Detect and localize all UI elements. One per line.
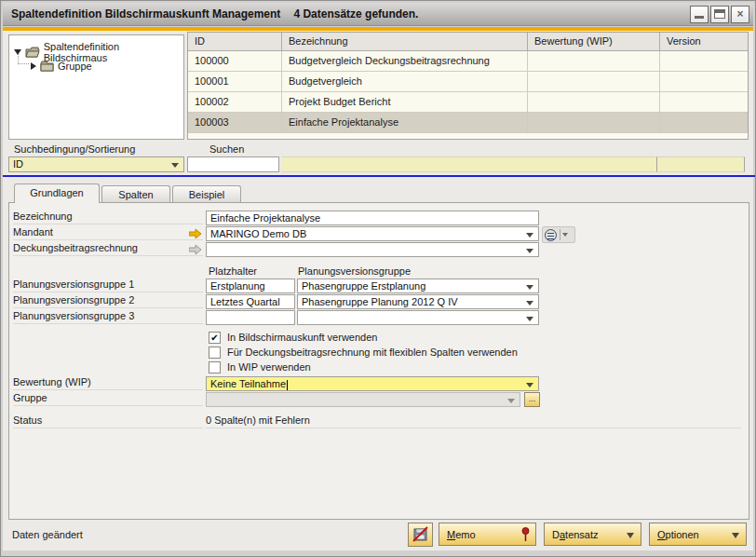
tab-spalten[interactable]: Spalten bbox=[101, 185, 170, 203]
link-arrow-icon[interactable] bbox=[189, 228, 202, 239]
pvg1-gruppe-value: Phasengruppe Erstplanung bbox=[302, 280, 425, 292]
records-table: ID Bezeichnung Bewertung (WIP) Version 1… bbox=[187, 32, 749, 140]
cell-id[interactable]: 100000 bbox=[188, 51, 282, 71]
search-strip-segment[interactable] bbox=[657, 156, 745, 172]
cell-bewertung[interactable] bbox=[528, 92, 660, 112]
optionen-key: O bbox=[657, 529, 666, 540]
search-condition-value: ID bbox=[13, 158, 23, 170]
chevron-down-icon bbox=[526, 383, 533, 387]
cell-version[interactable] bbox=[660, 92, 748, 112]
gruppe-browse-button[interactable]: ... bbox=[524, 392, 540, 407]
optionen-rest: ptionen bbox=[666, 529, 699, 540]
bezeichnung-input[interactable]: Einfache Projektanalyse bbox=[206, 211, 539, 225]
column-header-bewertung[interactable]: Bewertung (WIP) bbox=[528, 33, 660, 50]
memo-button[interactable]: Memo bbox=[439, 523, 536, 546]
checkbox-label: In Bildschirmauskunft verwenden bbox=[227, 332, 377, 343]
tree-item-gruppe[interactable]: Gruppe bbox=[31, 61, 92, 72]
checkbox-icon[interactable]: ✔ bbox=[209, 332, 221, 344]
table-row[interactable]: 100001 Budgetvergleich bbox=[188, 72, 748, 92]
pvg2-gruppe-select[interactable]: Phasengruppe Planung 2012 Q IV bbox=[297, 294, 539, 309]
menu-icon[interactable] bbox=[545, 229, 557, 241]
datensatz-pre: D bbox=[552, 529, 560, 540]
search-condition-select[interactable]: ID bbox=[8, 156, 184, 172]
title-bar: Spaltendefinition Bildschirmauskunft Man… bbox=[3, 3, 753, 26]
datensatz-rest: tensatz bbox=[565, 529, 598, 540]
search-input[interactable] bbox=[187, 156, 279, 172]
pin-icon bbox=[521, 527, 530, 542]
cell-bezeichnung[interactable]: Budgetvergleich Deckungsbeitragsrechnung bbox=[282, 51, 528, 71]
link-arrow-disabled-icon bbox=[189, 244, 202, 255]
discard-save-button[interactable] bbox=[408, 523, 433, 547]
chevron-down-icon[interactable] bbox=[562, 233, 568, 237]
cell-version[interactable] bbox=[660, 113, 748, 132]
pvg3-gruppe-select[interactable] bbox=[297, 310, 539, 325]
memo-key: M bbox=[447, 529, 455, 540]
cell-id[interactable]: 100003 bbox=[188, 113, 282, 132]
datensatz-button[interactable]: Datensatz bbox=[544, 523, 641, 546]
checkbox-flexible-spalten[interactable]: ✔ Für Deckungsbeitragsrechnung mit flexi… bbox=[209, 346, 518, 359]
tab-grundlagen[interactable]: Grundlagen bbox=[14, 183, 100, 203]
planungsversionsgruppe-column-header: Planungsversionsgruppe bbox=[298, 265, 411, 277]
status-label: Status bbox=[13, 414, 203, 428]
section-separator bbox=[3, 175, 755, 177]
save-disabled-icon bbox=[412, 526, 429, 543]
checkbox-icon[interactable]: ✔ bbox=[209, 346, 221, 359]
deckungsbeitragsrechnung-label: Deckungsbeitragsrechnung bbox=[13, 242, 203, 256]
gruppe-label: Gruppe bbox=[13, 392, 203, 406]
table-row[interactable]: 100000 Budgetvergleich Deckungsbeitragsr… bbox=[188, 51, 748, 72]
pvg1-gruppe-select[interactable]: Phasengruppe Erstplanung bbox=[297, 278, 539, 293]
close-button[interactable]: × bbox=[731, 6, 749, 23]
chevron-down-icon bbox=[14, 49, 21, 55]
checkbox-wip-verwenden[interactable]: ✔ In WIP verwenden bbox=[209, 360, 311, 374]
chevron-down-icon bbox=[526, 249, 533, 253]
cell-version[interactable] bbox=[660, 51, 748, 71]
bewertung-select[interactable]: Keine Teilnahme bbox=[206, 376, 539, 391]
cell-bezeichnung[interactable]: Budgetvergleich bbox=[282, 72, 528, 91]
cell-bewertung[interactable] bbox=[528, 51, 660, 71]
minimize-icon bbox=[695, 16, 704, 19]
checkbox-bildschirmauskunft[interactable]: ✔ In Bildschirmauskunft verwenden bbox=[209, 331, 377, 344]
table-row[interactable]: 100002 Projekt Budget Bericht bbox=[188, 92, 748, 113]
table-row-selected[interactable]: 100003 Einfache Projektanalyse bbox=[188, 113, 748, 133]
tab-beispiel[interactable]: Beispiel bbox=[172, 185, 241, 203]
text-caret bbox=[287, 380, 288, 390]
cell-bezeichnung[interactable]: Einfache Projektanalyse bbox=[282, 113, 528, 132]
pvg2-gruppe-value: Phasengruppe Planung 2012 Q IV bbox=[302, 296, 458, 307]
cell-version[interactable] bbox=[660, 72, 748, 91]
bewertung-value: Keine Teilnahme bbox=[210, 378, 286, 389]
check-icon: ✔ bbox=[210, 333, 218, 343]
cell-id[interactable]: 100002 bbox=[188, 92, 282, 112]
tree-item-label: Gruppe bbox=[58, 61, 92, 72]
cell-bewertung[interactable] bbox=[528, 72, 660, 91]
mandant-select[interactable]: MARINGO Demo DB bbox=[206, 226, 539, 241]
footer-status-text: Daten geändert bbox=[12, 529, 83, 540]
maximize-button[interactable] bbox=[710, 6, 729, 23]
optionen-button[interactable]: Optionen bbox=[649, 523, 747, 546]
bezeichnung-value: Einfache Projektanalyse bbox=[210, 212, 320, 224]
chevron-down-icon bbox=[627, 533, 634, 538]
minimize-button[interactable] bbox=[690, 6, 709, 23]
memo-rest: emo bbox=[455, 529, 475, 540]
column-header-version[interactable]: Version bbox=[660, 33, 748, 50]
bewertung-label: Bewertung (WIP) bbox=[13, 376, 203, 390]
pvg1-platzhalter-input[interactable]: Erstplanung bbox=[206, 278, 295, 293]
cell-bezeichnung[interactable]: Projekt Budget Bericht bbox=[282, 92, 528, 112]
pvg2-platzhalter-input[interactable]: Letztes Quartal bbox=[206, 294, 295, 309]
checkbox-icon[interactable]: ✔ bbox=[209, 361, 221, 374]
column-header-id[interactable]: ID bbox=[188, 33, 282, 50]
chevron-down-icon bbox=[526, 285, 533, 290]
mandant-label: Mandant bbox=[13, 226, 203, 240]
pvg3-platzhalter-input[interactable] bbox=[206, 310, 295, 325]
mandant-menu-splitbutton[interactable] bbox=[542, 226, 575, 243]
app-window: Spaltendefinition Bildschirmauskunft Man… bbox=[0, 0, 756, 557]
status-value: 0 Spalte(n) mit Fehlern bbox=[206, 414, 741, 428]
chevron-down-icon bbox=[526, 233, 533, 238]
pvg2-platzhalter-value: Letztes Quartal bbox=[210, 296, 280, 307]
cell-bewertung[interactable] bbox=[528, 113, 660, 132]
deckungsbeitragsrechnung-select[interactable] bbox=[206, 242, 539, 257]
record-count-text: 4 Datensätze gefunden. bbox=[293, 7, 418, 20]
search-condition-label: Suchbedingung/Sortierung bbox=[14, 143, 135, 155]
column-header-bezeichnung[interactable]: Bezeichnung bbox=[282, 33, 528, 50]
cell-id[interactable]: 100001 bbox=[188, 72, 282, 91]
search-strip-segment[interactable] bbox=[281, 156, 657, 172]
